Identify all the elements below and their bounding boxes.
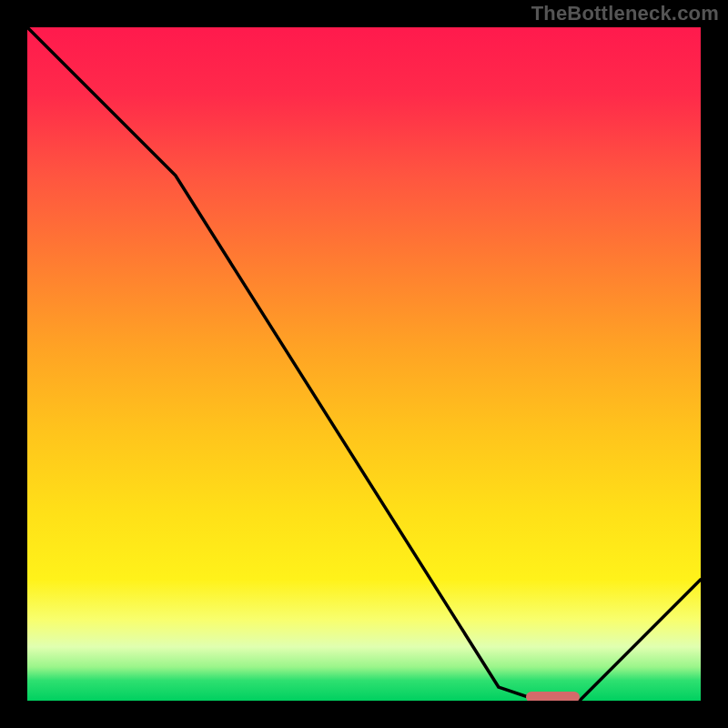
bottleneck-curve — [27, 27, 701, 701]
plot-area — [27, 27, 701, 701]
x-axis — [0, 701, 728, 728]
y-axis — [0, 0, 27, 728]
watermark-text: TheBottleneck.com — [531, 2, 719, 25]
chart-frame: TheBottleneck.com — [0, 0, 728, 728]
